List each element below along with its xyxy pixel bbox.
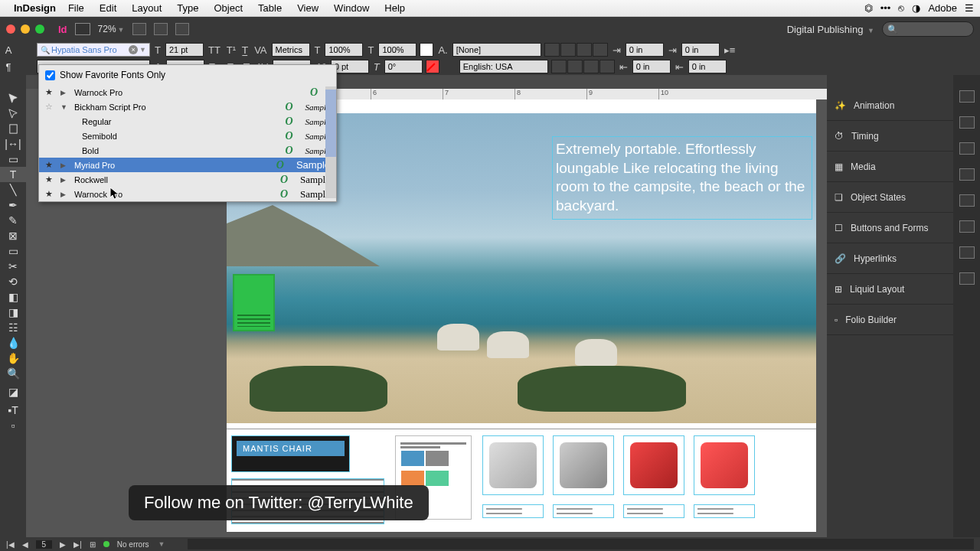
product-thumb[interactable] (482, 435, 544, 495)
zoom-level[interactable]: 72%▼ (98, 24, 125, 34)
menu-help[interactable]: Help (384, 2, 405, 14)
product-thumb[interactable] (623, 435, 684, 495)
selection-tool[interactable] (0, 90, 26, 106)
scissors-tool[interactable]: ✂ (0, 259, 26, 274)
product-label[interactable] (553, 504, 614, 518)
favorite-star-icon[interactable] (45, 87, 54, 97)
paragraph-mode-button[interactable]: ¶ (0, 58, 17, 75)
favorite-star-icon[interactable] (45, 189, 54, 199)
font-style-row[interactable]: SemiboldOSample (39, 129, 336, 143)
expand-arrow-icon[interactable]: ▶ (60, 176, 68, 184)
placed-object[interactable] (233, 274, 275, 331)
favorite-star-icon[interactable] (45, 102, 54, 112)
menu-layout[interactable]: Layout (132, 2, 162, 14)
kerning-input[interactable]: Metrics (272, 43, 310, 57)
menubar-extra-icon[interactable]: ⏣ (864, 2, 873, 14)
menu-object[interactable]: Object (214, 2, 243, 14)
product-label[interactable] (482, 504, 544, 518)
font-family-row[interactable]: ▼Bickham Script ProOSample (39, 99, 336, 114)
collapsed-panel-icon[interactable] (959, 220, 975, 233)
menu-window[interactable]: Window (334, 2, 369, 14)
rectangle-tool[interactable]: ▭ (0, 243, 26, 259)
menubar-extra-icon[interactable]: ⎋ (898, 2, 904, 14)
expand-arrow-icon[interactable]: ▶ (60, 161, 68, 169)
panel-folio-builder[interactable]: ▫Folio Builder (827, 305, 953, 335)
font-style-row[interactable]: BoldOSample (39, 143, 336, 158)
zoom-tool[interactable]: 🔍 (0, 366, 26, 381)
horizontal-scrollbar[interactable] (188, 539, 974, 549)
collapsed-panel-icon[interactable] (959, 272, 975, 285)
panel-hyperlinks[interactable]: 🔗Hyperlinks (827, 243, 953, 274)
apply-color-button[interactable]: ▪T (0, 403, 26, 418)
character-mode-button[interactable]: A (0, 41, 17, 58)
collapsed-panel-icon[interactable] (959, 194, 975, 207)
collapsed-panel-icon[interactable] (959, 90, 975, 103)
free-transform-tool[interactable]: ⟲ (0, 274, 26, 289)
superscript-button[interactable]: T¹ (227, 44, 236, 56)
screen-mode-button[interactable]: ▫ (0, 418, 26, 433)
hscale-input[interactable]: 100% (378, 43, 416, 57)
rectangle-frame-tool[interactable]: ⊠ (0, 228, 26, 243)
favorite-star-icon[interactable] (45, 174, 54, 184)
panel-object-states[interactable]: ❏Object States (827, 182, 953, 213)
page-number-input[interactable]: 5 (36, 540, 53, 549)
page-tool[interactable] (0, 121, 26, 136)
fill-stroke-swatch[interactable]: ◪ (0, 381, 26, 403)
gradient-feather-tool[interactable]: ◨ (0, 305, 26, 320)
hand-tool[interactable]: ✋ (0, 350, 26, 366)
open-button[interactable]: ⊞ (90, 540, 96, 549)
workspace-switcher[interactable]: Digital Publishing ▼ (787, 24, 874, 35)
panel-timing[interactable]: ⏱Timing (827, 121, 953, 152)
favorite-star-icon[interactable] (45, 160, 54, 170)
language-select[interactable]: English: USA (459, 60, 548, 73)
clear-icon[interactable]: × (129, 45, 138, 54)
lastline-indent-input[interactable]: 0 in (688, 60, 727, 73)
collapsed-panel-icon[interactable] (959, 246, 975, 259)
line-tool[interactable]: ╲ (0, 182, 26, 197)
collapsed-panel-icon[interactable] (959, 168, 975, 181)
menu-table[interactable]: Table (258, 2, 282, 14)
preflight-status[interactable]: No errors (117, 540, 149, 549)
font-family-input[interactable]: 🔍 Hypatia Sans Pro × ▼ (37, 43, 150, 57)
next-page-button[interactable]: ▶ (60, 540, 66, 549)
font-family-row[interactable]: ▶Warnock ProO (39, 85, 336, 99)
minimize-window-button[interactable] (21, 24, 30, 34)
menu-edit[interactable]: Edit (100, 2, 116, 14)
firstline-indent-input[interactable]: 0 in (681, 43, 720, 57)
panel-liquid-layout[interactable]: ⊞Liquid Layout (827, 274, 953, 305)
vscale-input[interactable]: 100% (325, 43, 363, 57)
fill-swatch[interactable] (420, 43, 433, 57)
pen-tool[interactable]: ✒ (0, 197, 26, 213)
close-window-button[interactable] (6, 24, 15, 34)
charstyle-select[interactable]: [None] (452, 43, 541, 57)
underline-button[interactable]: T̲ (242, 44, 248, 56)
app-menu[interactable]: InDesign (14, 2, 56, 14)
collapsed-panel-icon[interactable] (959, 142, 975, 155)
gradient-swatch-tool[interactable]: ◧ (0, 289, 26, 305)
expand-arrow-icon[interactable]: ▶ (60, 89, 68, 96)
collapsed-panel-icon[interactable] (959, 116, 975, 129)
bridge-button[interactable] (75, 23, 90, 35)
mantis-title-frame[interactable]: MANTIS CHAIR (231, 435, 350, 472)
left-indent-input[interactable]: 0 in (626, 43, 664, 57)
arrange-button[interactable] (175, 23, 189, 35)
font-family-row[interactable]: ▶Warnock ProOSample (39, 187, 336, 201)
product-thumb[interactable] (694, 435, 755, 495)
menu-type[interactable]: Type (177, 2, 198, 14)
pencil-tool[interactable]: ✎ (0, 213, 26, 228)
font-style-row[interactable]: RegularOSample (39, 114, 336, 129)
allcaps-button[interactable]: TT (208, 44, 220, 56)
menu-view[interactable]: View (297, 2, 318, 14)
content-collector-tool[interactable]: ▭ (0, 152, 26, 167)
stroke-swatch[interactable] (426, 60, 439, 73)
expand-arrow-icon[interactable]: ▼ (60, 103, 68, 111)
product-label[interactable] (623, 504, 684, 518)
first-page-button[interactable]: |◀ (6, 540, 15, 549)
eyedropper-tool[interactable]: 💧 (0, 335, 26, 350)
paragraph-align-buttons-2[interactable] (551, 60, 615, 73)
dropdown-scrollbar[interactable] (325, 86, 336, 198)
paragraph-align-buttons[interactable] (544, 43, 608, 57)
font-family-row[interactable]: ▶Myriad ProOSample (39, 158, 336, 172)
creative-cloud-icon[interactable]: ◑ (912, 2, 920, 14)
font-size-input[interactable]: 21 pt (165, 43, 204, 57)
